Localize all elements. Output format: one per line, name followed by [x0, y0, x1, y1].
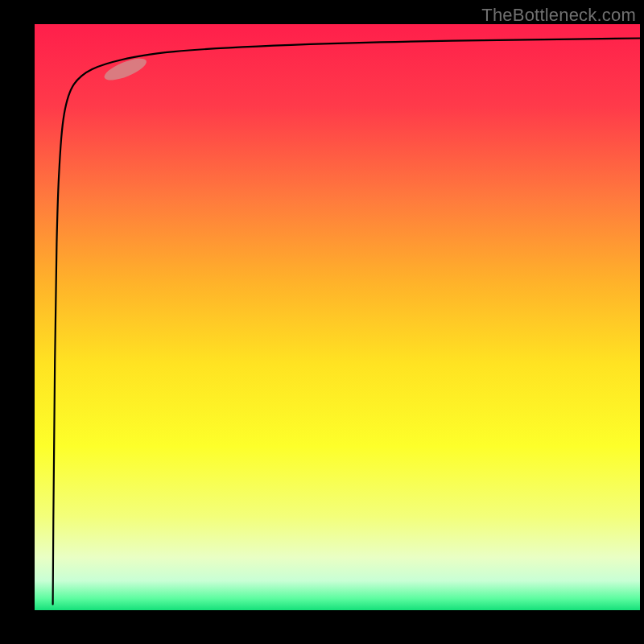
bottleneck-curve: [53, 39, 640, 605]
chart-stage: TheBottleneck.com: [0, 0, 644, 644]
plot-area: [35, 24, 640, 610]
watermark-text: TheBottleneck.com: [481, 5, 636, 26]
curve-layer: [35, 24, 640, 610]
